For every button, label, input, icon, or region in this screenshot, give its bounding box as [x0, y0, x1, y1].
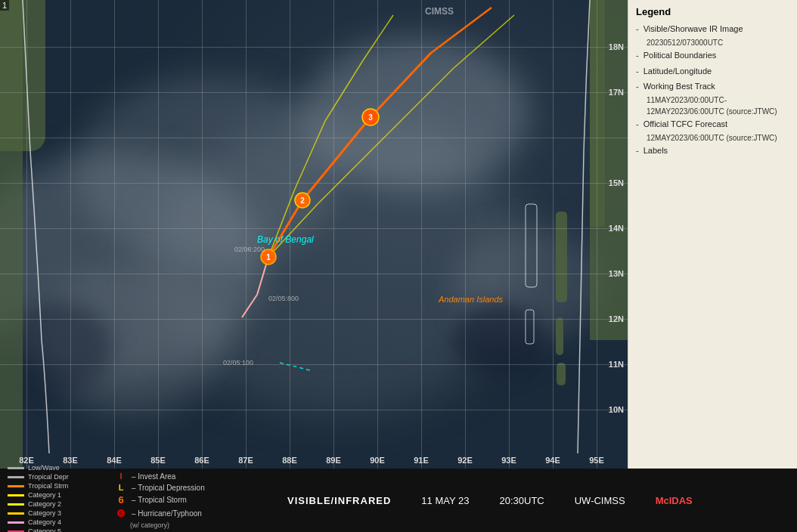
lon-86e: 86E — [194, 456, 209, 465]
icon-depr-label: – Tropical Depression — [132, 484, 205, 492]
text-cat5: Category 5 — [28, 527, 61, 532]
lat-14n: 14N — [609, 224, 624, 233]
legend-row-cat5: Category 5 — [8, 527, 110, 532]
svg-line-15 — [242, 295, 257, 317]
legend-row-low: Low/Wave — [8, 464, 110, 472]
legend-political-label: Political Boundaries — [643, 50, 717, 60]
legend-row-depr: Tropical Depr — [8, 473, 110, 481]
svg-text:2: 2 — [300, 196, 305, 205]
lat-15n: 15N — [609, 178, 624, 187]
icon-row-invest: I – Invest Area — [113, 472, 265, 481]
lon-93e: 93E — [501, 456, 516, 465]
legend-track-sub1: 11MAY2023/00:00UTC- — [647, 96, 789, 104]
legend-dash-latlon: - — [636, 66, 639, 76]
legend-official-label: Official TCFC Forecast — [643, 119, 727, 129]
lat-10n: 10N — [609, 405, 624, 414]
svg-line-9 — [363, 15, 393, 60]
legend-vis-sub: 20230512/073000UTC — [647, 39, 789, 47]
svg-text:3: 3 — [368, 113, 373, 122]
lat-13n: 13N — [609, 269, 624, 278]
lon-90e: 90E — [370, 456, 385, 465]
color-strm — [8, 485, 24, 487]
corner-index: 1 — [0, 0, 9, 11]
legend-labels-label: Labels — [643, 145, 668, 156]
track-icon-legend: I – Invest Area L – Tropical Depression … — [113, 472, 265, 529]
legend-row-cat4: Category 4 — [8, 518, 110, 526]
icon-hurricane: ❻ — [113, 508, 129, 519]
legend-item-latlon: - Latitude/Longitude — [636, 66, 789, 76]
lon-89e: 89E — [326, 456, 341, 465]
map-container: 1 2 3 02/06:200 02/05:800 02/05:100 Bay … — [0, 0, 628, 469]
svg-line-6 — [268, 189, 295, 257]
text-depr: Tropical Depr — [28, 473, 69, 481]
svg-line-13 — [454, 15, 514, 68]
legend-dash-vis: - — [636, 23, 639, 34]
lat-18n: 18N — [609, 42, 624, 51]
icon-invest-label: – Invest Area — [132, 472, 175, 481]
lon-91e: 91E — [414, 456, 429, 465]
text-low: Low/Wave — [28, 464, 60, 472]
legend-item-official: - Official TCFC Forecast — [636, 119, 789, 129]
legend-row-strm: Tropical Strm — [8, 482, 110, 490]
color-cat3 — [8, 512, 24, 515]
text-cat1: Category 1 — [28, 491, 61, 499]
track-color-legend: Low/Wave Tropical Depr Tropical Strm Cat… — [8, 464, 110, 532]
color-cat1 — [8, 494, 24, 496]
legend-vis-label: Visible/Shorwave IR Image — [643, 23, 743, 34]
icon-storm: 6 — [113, 494, 129, 506]
text-cat4: Category 4 — [28, 518, 61, 526]
color-low — [8, 467, 24, 469]
legend-item-vis: - Visible/Shorwave IR Image — [636, 23, 789, 34]
svg-line-4 — [371, 53, 431, 117]
svg-line-2 — [268, 200, 302, 257]
svg-line-8 — [325, 60, 363, 121]
icon-depr: L — [113, 483, 129, 492]
icon-hurricane-label: – Hurricane/Typhoon — [132, 509, 202, 518]
color-cat4 — [8, 521, 24, 524]
lon-92e: 92E — [457, 456, 473, 465]
icon-row-storm: 6 – Tropical Storm — [113, 494, 265, 506]
icon-row-depr: L – Tropical Depression — [113, 483, 265, 492]
legend-item-political: - Political Boundaries — [636, 50, 789, 60]
icon-row-hurricane: ❻ – Hurricane/Typhoon — [113, 508, 265, 519]
lon-94e: 94E — [545, 456, 560, 465]
legend-row-cat1: Category 1 — [8, 491, 110, 499]
software-label: McIDAS — [656, 495, 693, 506]
svg-text:1: 1 — [266, 253, 271, 261]
svg-line-3 — [302, 117, 371, 200]
icon-storm-label: – Tropical Storm — [132, 496, 187, 504]
legend-item-track: - Working Best Track — [636, 81, 789, 91]
color-cat2 — [8, 503, 24, 506]
legend-item-labels: - Labels — [636, 145, 789, 156]
vis-ir-label: VISIBLE/INFRARED — [287, 495, 391, 506]
text-cat3: Category 3 — [28, 509, 61, 517]
bottom-bar: Low/Wave Tropical Depr Tropical Strm Cat… — [0, 469, 797, 532]
color-depr — [8, 476, 24, 478]
lat-12n: 12N — [609, 314, 624, 323]
legend-title: Legend — [636, 6, 789, 17]
legend-row-cat2: Category 2 — [8, 500, 110, 508]
legend-latlon-label: Latitude/Longitude — [643, 66, 712, 76]
bottom-info: VISIBLE/INFRARED 11 MAY 23 20:30UTC UW-C… — [287, 495, 693, 506]
lon-87e: 87E — [238, 456, 253, 465]
hurricane-sub: (w/ category) — [130, 521, 265, 529]
legend-official-sub: 12MAY2023/06:00UTC (source:JTWC) — [647, 134, 789, 142]
lat-11n: 11N — [609, 360, 624, 369]
time-label: 20:30UTC — [499, 495, 544, 506]
track-lines: 1 2 3 — [0, 0, 628, 469]
lon-95e: 95E — [589, 456, 604, 465]
legend-dash-official: - — [636, 119, 639, 129]
legend-row-cat3: Category 3 — [8, 509, 110, 517]
svg-line-16 — [280, 363, 310, 370]
svg-line-12 — [386, 68, 454, 136]
lon-88e: 88E — [282, 456, 297, 465]
svg-line-10 — [268, 204, 318, 257]
cimss-watermark: CIMSS — [425, 6, 454, 17]
text-strm: Tropical Strm — [28, 482, 68, 490]
lat-17n: 17N — [609, 88, 624, 97]
date-label: 11 MAY 23 — [421, 495, 469, 506]
legend-track-label: Working Best Track — [643, 81, 715, 91]
legend-dash-track: - — [636, 81, 639, 91]
icon-invest: I — [113, 472, 129, 481]
legend-dash-labels: - — [636, 145, 639, 156]
